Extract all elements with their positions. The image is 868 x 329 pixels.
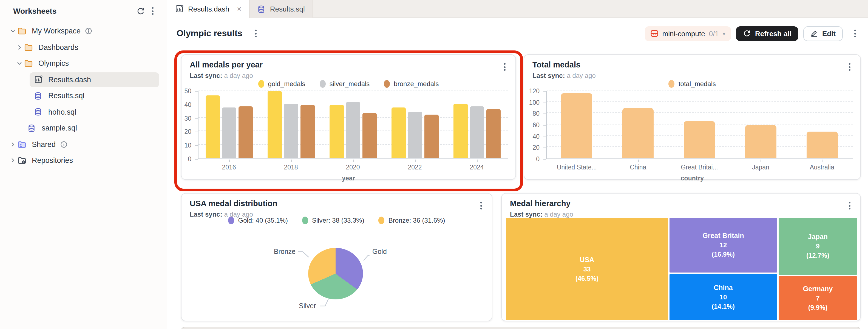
database-icon bbox=[34, 108, 45, 117]
legend-dot bbox=[669, 80, 675, 88]
database-icon bbox=[27, 124, 38, 133]
legend-dot bbox=[302, 217, 308, 224]
dashboard-title-menu-icon[interactable] bbox=[250, 28, 261, 39]
sidebar-item-dashboards[interactable]: Dashboards bbox=[0, 39, 167, 55]
folder-icon bbox=[24, 59, 35, 68]
pencil-icon bbox=[811, 30, 818, 37]
bar-chart: total_medals020406080100120United State.… bbox=[524, 55, 860, 179]
bar-total_medals-GreatBritai bbox=[684, 121, 715, 158]
tab-label: Results.dash bbox=[188, 5, 229, 13]
sidebar-item-sample-sql[interactable]: sample.sql bbox=[0, 120, 167, 136]
pie-label-silver: Silver bbox=[299, 302, 316, 310]
database-icon bbox=[34, 92, 45, 100]
legend-dot bbox=[320, 80, 326, 88]
chevron-down-icon[interactable] bbox=[14, 61, 24, 66]
treemap-chart: USA33(46.5%)Great Britain12(16.9%)China1… bbox=[502, 193, 860, 321]
bar-total_medals-Australia bbox=[806, 132, 838, 158]
tab-results-dash[interactable]: Results.dash× bbox=[167, 0, 250, 18]
compute-count: 0/1 bbox=[709, 29, 719, 37]
bar-bronze_medals-2024 bbox=[486, 109, 500, 158]
card-total-medals: Total medals Last sync: a day ago total_… bbox=[524, 54, 861, 180]
sidebar-item-label: My Workspace bbox=[32, 27, 81, 35]
treemap-node-germany: Germany7(9.9%) bbox=[779, 276, 857, 320]
chevron-down-icon: ▾ bbox=[723, 30, 725, 36]
tab-label: Results.sql bbox=[270, 5, 305, 13]
compute-icon bbox=[650, 30, 658, 37]
sidebar-header: Worksheets bbox=[0, 0, 167, 22]
sidebar-item-label: Results.dash bbox=[48, 76, 91, 84]
chevron-right-icon[interactable] bbox=[8, 158, 18, 163]
chevron-right-icon[interactable] bbox=[14, 45, 24, 50]
treemap-node-great-britain: Great Britain12(16.9%) bbox=[670, 218, 777, 272]
refresh-icon bbox=[743, 30, 751, 37]
dashboard-menu-icon[interactable] bbox=[849, 28, 860, 39]
sidebar-title: Worksheets bbox=[13, 7, 57, 16]
close-icon[interactable]: × bbox=[237, 4, 241, 13]
legend-item: bronze_medals bbox=[384, 80, 439, 88]
bar-bronze_medals-2022 bbox=[424, 114, 438, 158]
bar-bronze_medals-2016 bbox=[238, 107, 252, 158]
chevron-down-icon[interactable] bbox=[8, 29, 18, 34]
dashboard-icon bbox=[34, 76, 45, 84]
main-area: Results.dash×Results.sql Olympic results… bbox=[167, 0, 868, 329]
tab-strip: Results.dash×Results.sql bbox=[167, 0, 868, 18]
sidebar-item-label: Olympics bbox=[38, 59, 69, 68]
treemap-node-china: China10(14.1%) bbox=[670, 274, 777, 320]
pie bbox=[308, 248, 363, 299]
folder-shared-icon bbox=[18, 140, 29, 149]
chevron-right-icon[interactable] bbox=[8, 142, 18, 147]
card-medal-hierarchy: Medal hierarchy Last sync: a day ago USA… bbox=[501, 193, 861, 321]
sidebar-item-repositories[interactable]: Repositories bbox=[0, 152, 167, 169]
legend-dot bbox=[228, 217, 235, 224]
bar-silver_medals-2022 bbox=[408, 112, 422, 158]
bar-bronze_medals-2018 bbox=[300, 105, 314, 158]
bar-total_medals-China bbox=[622, 108, 654, 158]
next-card-edge bbox=[181, 327, 861, 329]
compute-selector[interactable]: mini-compute 0/1 ▾ bbox=[645, 26, 731, 41]
dashboard-header: Olympic results mini-compute 0/1 ▾ Refre… bbox=[167, 19, 868, 48]
bar-silver_medals-2018 bbox=[284, 103, 298, 158]
sidebar-item-shared[interactable]: Shared bbox=[0, 136, 167, 152]
legend-item: Silver: 38 (33.3%) bbox=[302, 217, 364, 224]
edit-button[interactable]: Edit bbox=[804, 26, 843, 41]
treemap-node-usa: USA33(46.5%) bbox=[506, 218, 668, 320]
folder-icon bbox=[18, 27, 29, 35]
legend-item: Gold: 40 (35.1%) bbox=[228, 217, 288, 224]
bar-silver_medals-2016 bbox=[222, 108, 236, 158]
tab-results-sql[interactable]: Results.sql bbox=[250, 0, 313, 18]
dashboard-icon bbox=[175, 4, 184, 13]
sidebar-item-my-workspace[interactable]: My Workspace bbox=[0, 23, 167, 39]
legend-item: total_medals bbox=[669, 80, 716, 88]
edit-label: Edit bbox=[822, 29, 836, 37]
bar-gold_medals-2016 bbox=[205, 95, 220, 158]
pie-label-bronze: Bronze bbox=[264, 248, 296, 256]
sidebar-item-label: sample.sql bbox=[42, 124, 77, 132]
bar-gold_medals-2024 bbox=[453, 103, 467, 158]
sidebar-item-label: hoho.sql bbox=[48, 108, 76, 116]
sidebar-item-results-dash[interactable]: Results.dash bbox=[0, 71, 167, 88]
app-window: Worksheets My WorkspaceDashboardsOlympic… bbox=[0, 0, 868, 329]
info-icon[interactable] bbox=[85, 28, 92, 35]
bar-silver_medals-2020 bbox=[346, 102, 360, 158]
sidebar-item-olympics[interactable]: Olympics bbox=[0, 55, 167, 71]
refresh-all-label: Refresh all bbox=[755, 29, 792, 37]
bar-total_medals-UnitedState bbox=[561, 93, 592, 158]
refresh-icon[interactable] bbox=[134, 4, 147, 18]
sidebar-item-label: Repositories bbox=[32, 156, 73, 165]
sidebar-menu-icon[interactable] bbox=[147, 5, 158, 17]
legend-item: gold_medals bbox=[258, 80, 305, 88]
card-usa-medal-distribution: USA medal distribution Last sync: a day … bbox=[181, 193, 492, 321]
sidebar-item-hoho-sql[interactable]: hoho.sql bbox=[0, 104, 167, 120]
worksheets-tree: My WorkspaceDashboardsOlympicsResults.da… bbox=[0, 22, 167, 169]
pie-label-gold: Gold bbox=[372, 248, 387, 256]
refresh-all-button[interactable]: Refresh all bbox=[736, 26, 799, 41]
sidebar-item-label: Dashboards bbox=[38, 43, 79, 52]
legend-item: Bronze: 36 (31.6%) bbox=[379, 217, 445, 224]
folder-repo-icon bbox=[18, 156, 29, 165]
sidebar-item-label: Shared bbox=[32, 140, 56, 149]
worksheets-sidebar: Worksheets My WorkspaceDashboardsOlympic… bbox=[0, 0, 167, 329]
sidebar-item-results-sql[interactable]: Results.sql bbox=[0, 88, 167, 104]
info-icon[interactable] bbox=[60, 141, 67, 148]
bar-bronze_medals-2020 bbox=[362, 113, 376, 158]
database-icon bbox=[257, 5, 266, 13]
